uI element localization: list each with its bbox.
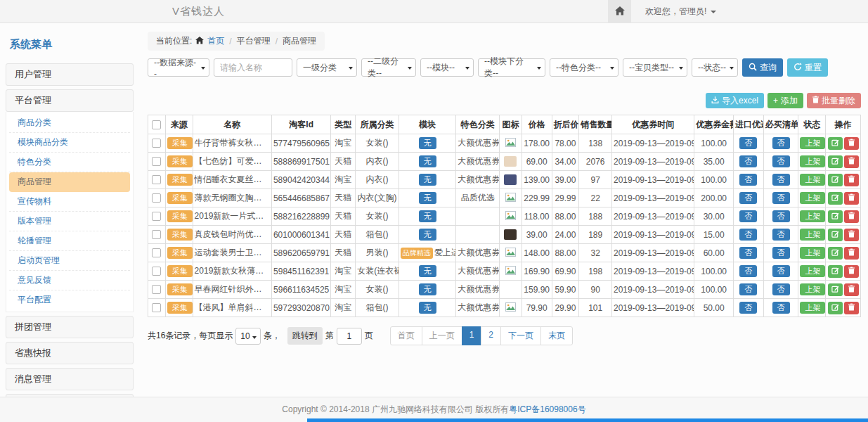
- sidebar-item-version-management[interactable]: 版本管理: [9, 212, 130, 231]
- name-search-input[interactable]: [214, 58, 292, 77]
- filter-module-select[interactable]: --模块--: [420, 58, 474, 77]
- page-size-select[interactable]: 10: [235, 328, 260, 345]
- status-badge[interactable]: 上架: [800, 265, 825, 277]
- sidebar-item-message[interactable]: 消息管理: [6, 368, 134, 390]
- import-select-badge[interactable]: 否: [739, 265, 757, 277]
- jump-button[interactable]: 跳转到: [287, 327, 323, 345]
- row-checkbox[interactable]: [152, 248, 161, 257]
- import-select-badge[interactable]: 否: [739, 302, 757, 314]
- sidebar-item-splash-management[interactable]: 启动页管理: [9, 251, 130, 271]
- row-checkbox[interactable]: [152, 193, 161, 203]
- filter-level1-select[interactable]: 一级分类: [297, 58, 357, 77]
- must-buy-badge[interactable]: 否: [772, 265, 790, 277]
- delete-button[interactable]: [844, 283, 859, 296]
- sidebar-item-users[interactable]: 用户管理: [6, 63, 134, 86]
- status-badge[interactable]: 上架: [800, 174, 825, 186]
- edit-button[interactable]: [828, 265, 843, 278]
- add-button[interactable]: + 添加: [767, 93, 803, 108]
- pager-2[interactable]: 2: [481, 326, 501, 345]
- row-checkbox[interactable]: [152, 139, 161, 148]
- sidebar-item-news[interactable]: 省惠快报: [6, 342, 134, 364]
- status-badge[interactable]: 上架: [800, 192, 825, 204]
- delete-button[interactable]: [844, 174, 859, 186]
- row-checkbox[interactable]: [152, 212, 161, 221]
- edit-button[interactable]: [828, 210, 843, 223]
- breadcrumb-home-link[interactable]: 首页: [207, 35, 224, 47]
- delete-button[interactable]: [844, 302, 859, 314]
- user-menu[interactable]: 欢迎您，管理员!: [645, 6, 716, 18]
- must-buy-badge[interactable]: 否: [772, 210, 790, 222]
- edit-button[interactable]: [828, 155, 843, 168]
- edit-button[interactable]: [828, 137, 843, 150]
- row-checkbox[interactable]: [152, 285, 161, 294]
- icp-link[interactable]: 粤ICP备16098006号: [509, 404, 585, 414]
- sidebar-item-module-goods-category[interactable]: 模块商品分类: [9, 133, 130, 153]
- pager-last[interactable]: 末页: [540, 326, 573, 345]
- row-checkbox[interactable]: [152, 230, 161, 239]
- filter-level2-select[interactable]: --二级分类--: [361, 58, 416, 77]
- import-select-badge[interactable]: 否: [739, 137, 757, 149]
- must-buy-badge[interactable]: 否: [772, 137, 790, 149]
- status-badge[interactable]: 上架: [800, 283, 825, 295]
- filter-module-sub-select[interactable]: --模块下分类--: [478, 58, 545, 77]
- pager-next[interactable]: 下一页: [500, 326, 541, 345]
- reset-button[interactable]: 重置: [787, 58, 828, 77]
- must-buy-badge[interactable]: 否: [772, 155, 790, 167]
- sidebar-item-platform[interactable]: 平台管理: [6, 89, 134, 112]
- must-buy-badge[interactable]: 否: [772, 302, 790, 314]
- delete-button[interactable]: [844, 210, 859, 223]
- pager-first[interactable]: 首页: [390, 326, 422, 345]
- filter-item-type-select[interactable]: --宝贝类型--: [623, 58, 687, 77]
- edit-button[interactable]: [828, 229, 843, 241]
- status-badge[interactable]: 上架: [800, 302, 825, 314]
- filter-status-select[interactable]: --状态--: [692, 58, 738, 77]
- filter-source-select[interactable]: --数据来源--: [148, 58, 209, 77]
- import-select-badge[interactable]: 否: [739, 155, 757, 167]
- import-select-badge[interactable]: 否: [739, 192, 757, 204]
- sidebar-item-platform-config[interactable]: 平台配置: [9, 290, 130, 309]
- sidebar-item-feature-category[interactable]: 特色分类: [9, 153, 130, 172]
- edit-button[interactable]: [828, 283, 843, 296]
- status-badge[interactable]: 上架: [800, 155, 825, 167]
- delete-button[interactable]: [844, 229, 859, 241]
- delete-button[interactable]: [844, 137, 859, 150]
- import-select-badge[interactable]: 否: [739, 210, 757, 222]
- home-button[interactable]: [608, 0, 631, 23]
- import-excel-button[interactable]: 导入excel: [706, 93, 764, 108]
- row-checkbox[interactable]: [152, 267, 161, 276]
- must-buy-badge[interactable]: 否: [772, 283, 790, 295]
- filter-feature-select[interactable]: --特色分类--: [550, 58, 618, 77]
- status-badge[interactable]: 上架: [800, 137, 825, 149]
- must-buy-badge[interactable]: 否: [772, 229, 790, 241]
- must-buy-badge[interactable]: 否: [772, 192, 790, 204]
- sidebar-item-groupbuy[interactable]: 拼团管理: [6, 316, 134, 338]
- edit-button[interactable]: [828, 302, 843, 314]
- select-all-checkbox[interactable]: [152, 120, 161, 129]
- status-badge[interactable]: 上架: [800, 247, 825, 259]
- sidebar-item-promo-material[interactable]: 宣传物料: [9, 192, 130, 212]
- sidebar-item-feedback[interactable]: 意见反馈: [9, 271, 130, 290]
- sidebar-item-carousel-management[interactable]: 轮播管理: [9, 231, 130, 251]
- page-number-input[interactable]: [337, 328, 362, 345]
- edit-button[interactable]: [828, 174, 843, 186]
- import-select-badge[interactable]: 否: [739, 283, 757, 295]
- status-badge[interactable]: 上架: [800, 229, 825, 241]
- pager-prev[interactable]: 上一页: [422, 326, 462, 345]
- delete-button[interactable]: [844, 192, 859, 205]
- delete-button[interactable]: [844, 155, 859, 168]
- sidebar-item-goods-management[interactable]: 商品管理: [9, 172, 130, 192]
- delete-button[interactable]: [844, 247, 859, 260]
- edit-button[interactable]: [828, 192, 843, 205]
- search-button[interactable]: 查询: [742, 58, 783, 77]
- import-select-badge[interactable]: 否: [739, 229, 757, 241]
- must-buy-badge[interactable]: 否: [772, 247, 790, 259]
- must-buy-badge[interactable]: 否: [772, 174, 790, 186]
- batch-delete-button[interactable]: 批量删除: [807, 93, 861, 108]
- delete-button[interactable]: [844, 265, 859, 278]
- sidebar-item-goods-category[interactable]: 商品分类: [9, 113, 130, 133]
- import-select-badge[interactable]: 否: [739, 174, 757, 186]
- edit-button[interactable]: [828, 247, 843, 260]
- status-badge[interactable]: 上架: [800, 210, 825, 222]
- row-checkbox[interactable]: [152, 175, 161, 184]
- pager-1[interactable]: 1: [462, 326, 482, 345]
